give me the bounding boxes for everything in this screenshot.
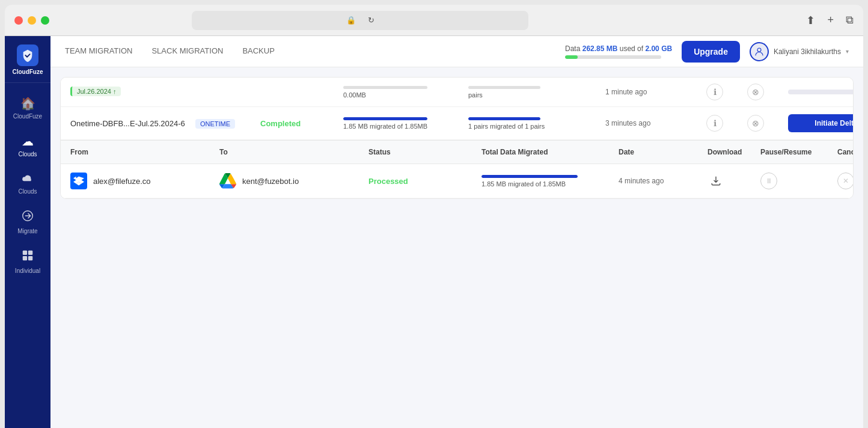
add-tab-icon[interactable]: +	[827, 14, 834, 27]
info-icon-top[interactable]: ℹ	[706, 84, 723, 100]
share-icon[interactable]: ⬆	[806, 14, 815, 27]
detail-prog-fill	[481, 175, 578, 178]
pairs-progress-main: 1 pairs migrated of 1 pairs	[468, 117, 601, 130]
sidebar: CloudFuze 🏠 CloudFuze ☁ Clouds	[5, 36, 50, 428]
data-used: 262.85 MB	[582, 44, 618, 53]
traffic-lights	[14, 16, 49, 25]
detail-data-progress: 1.85 MB migrated of 1.85MB	[481, 175, 614, 188]
data-prog-text-main: 1.85 MB migrated of 1.85MB	[343, 123, 463, 130]
header-cancel: Cancel	[837, 148, 853, 156]
migration-row-top: Jul.26.2024 ↑ 0.00MB	[61, 78, 853, 107]
sidebar-item-clouds1[interactable]: ☁ Clouds	[5, 128, 50, 164]
migrate-icon	[21, 209, 34, 225]
user-menu[interactable]: Kaliyani 3ikhilakurths ▾	[750, 42, 849, 61]
date-tag-top: Jul.26.2024 ↑	[70, 87, 121, 96]
download-button[interactable]	[708, 173, 724, 189]
migration-type-main: ONETIME	[195, 118, 255, 129]
data-usage-text: Data 262.85 MB used of 2.00 GB	[565, 44, 672, 53]
detail-table-header: From To Status Total Data Migrated Date …	[61, 141, 853, 164]
sidebar-label-migrate: Migrate	[17, 228, 37, 234]
initiate-delta-button[interactable]: Initiate Delta	[788, 114, 854, 132]
pairs-bar-top	[468, 86, 540, 89]
cancel-area: ✕ ✓	[837, 173, 853, 189]
migration-row-main: Onetime-DBFB...E-Jul.25.2024-6 ONETIME C…	[61, 107, 853, 140]
pairs-text-main: 1 pairs migrated of 1 pairs	[468, 123, 601, 130]
sidebar-item-clouds2[interactable]: Clouds	[5, 166, 50, 201]
detail-prog-text: 1.85 MB migrated of 1.85MB	[481, 180, 614, 188]
sidebar-label-individual: Individual	[15, 268, 40, 274]
stop-icon-main[interactable]: ⊗	[747, 115, 764, 132]
detail-status: Processed	[368, 176, 477, 186]
header-total-data: Total Data Migrated	[481, 148, 614, 156]
data-progress-main: 1.85 MB migrated of 1.85MB	[343, 117, 463, 130]
window-actions: ⬆ + ⧉	[806, 14, 854, 27]
data-used-suffix: used of	[617, 44, 645, 53]
home-icon: 🏠	[20, 96, 35, 111]
windows-icon[interactable]: ⧉	[846, 14, 854, 27]
sidebar-item-cloudfuze[interactable]: 🏠 CloudFuze	[5, 90, 50, 126]
dropbox-icon	[70, 173, 87, 189]
data-prog-fill-main	[343, 117, 427, 120]
svg-rect-2	[28, 251, 32, 255]
cancel-button[interactable]: ✕	[837, 173, 853, 189]
header-from: From	[70, 148, 215, 156]
detail-table: From To Status Total Data Migrated Date …	[61, 140, 853, 198]
tab-team-migration[interactable]: TEAM MIGRATION	[65, 37, 132, 66]
cloud-icon-2	[21, 172, 34, 186]
top-nav-right: Data 262.85 MB used of 2.00 GB Upgrade	[565, 41, 849, 63]
sidebar-label-clouds1: Clouds	[18, 151, 37, 157]
svg-rect-4	[28, 256, 32, 260]
user-name: Kaliyani 3ikhilakurths	[774, 47, 841, 56]
time-top: 1 minute ago	[605, 88, 701, 96]
url-bar[interactable]: 🔒 ↻	[192, 11, 528, 30]
header-status: Status	[368, 148, 477, 156]
pairs-bar-main	[468, 117, 540, 120]
tab-backup[interactable]: BACKUP	[242, 37, 274, 66]
maximize-button[interactable]	[41, 16, 49, 25]
refresh-icon[interactable]: ↻	[368, 16, 374, 25]
cloud-icon-1: ☁	[22, 134, 34, 148]
migration-status-main: Completed	[260, 118, 338, 129]
header-date: Date	[619, 148, 703, 156]
sidebar-label-clouds2: Clouds	[18, 188, 37, 195]
content-area: Jul.26.2024 ↑ 0.00MB	[50, 67, 863, 428]
migration-name-top: Jul.26.2024 ↑	[70, 85, 191, 99]
data-prog-text-top: 0.00MB	[343, 91, 463, 99]
detail-date: 4 minutes ago	[619, 177, 703, 185]
pairs-progress-top: pairs	[468, 86, 601, 99]
lock-icon: 🔒	[346, 16, 356, 25]
svg-rect-1	[23, 251, 27, 255]
upgrade-button[interactable]: Upgrade	[682, 41, 740, 63]
detail-table-row: alex@filefuze.co	[61, 164, 853, 198]
svg-rect-3	[23, 256, 27, 260]
data-progress-top: 0.00MB	[343, 86, 463, 99]
sidebar-item-individual[interactable]: Individual	[5, 243, 50, 280]
svg-point-5	[757, 48, 761, 52]
gdrive-icon	[219, 173, 236, 189]
info-icon-main[interactable]: ℹ	[706, 115, 723, 132]
migration-name-text: Onetime-DBFB...E-Jul.25.2024-6	[70, 119, 191, 128]
sidebar-navigation: 🏠 CloudFuze ☁ Clouds Clouds	[5, 83, 50, 287]
to-account: kent@fuzebot.io	[219, 173, 364, 189]
pairs-text-top: pairs	[468, 91, 601, 99]
stop-icon-top[interactable]: ⊗	[747, 84, 764, 100]
minimize-button[interactable]	[28, 16, 36, 25]
sidebar-item-migrate[interactable]: Migrate	[5, 203, 50, 240]
migration-table-container: Jul.26.2024 ↑ 0.00MB	[60, 77, 854, 199]
to-email: kent@fuzebot.io	[242, 177, 299, 186]
data-total: 2.00 GB	[645, 44, 672, 53]
data-usage-fill	[565, 55, 578, 59]
top-navigation: TEAM MIGRATION SLACK MIGRATION BACKUP Da…	[50, 36, 863, 67]
pause-resume-button[interactable]: ⏸	[760, 173, 777, 189]
user-avatar	[750, 42, 769, 61]
main-content: TEAM MIGRATION SLACK MIGRATION BACKUP Da…	[50, 36, 863, 428]
tab-slack-migration[interactable]: SLACK MIGRATION	[151, 37, 223, 66]
close-button[interactable]	[14, 16, 23, 25]
sidebar-label-cloudfuze: CloudFuze	[13, 113, 42, 120]
detail-prog-bar	[481, 175, 578, 178]
from-account: alex@filefuze.co	[70, 173, 215, 189]
logo-text: CloudFuze	[12, 69, 43, 75]
chevron-down-icon: ▾	[846, 48, 849, 55]
individual-icon	[21, 249, 34, 265]
data-usage-bar	[565, 55, 661, 59]
